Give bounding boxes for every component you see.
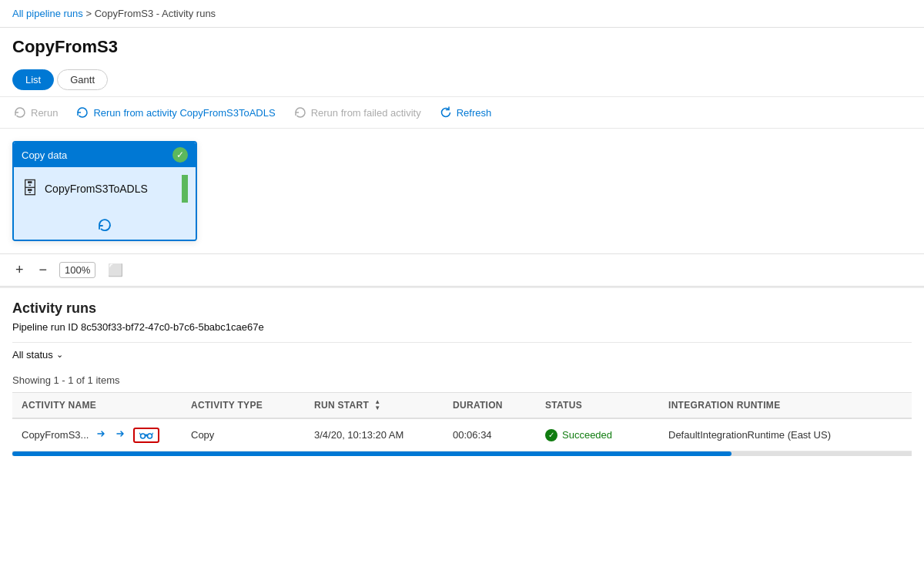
cell-activity-name: CopyFromS3... [22,427,191,443]
rerun-button[interactable]: Rerun [12,103,59,122]
cell-status: ✓ Succeeded [545,429,668,441]
status-success-icon: ✓ [545,429,557,441]
col-header-run-start: RUN START ▲▼ [314,399,453,411]
chevron-down-icon: ⌄ [56,350,63,360]
section-divider [0,287,924,288]
zoom-fit-button[interactable]: ⬜ [105,261,126,279]
showing-count: Showing 1 - 1 of 1 items [12,371,912,392]
activity-card-footer [14,210,196,240]
activity-details-button[interactable] [133,428,159,443]
cell-integration-runtime: DefaultIntegrationRuntime (East US) [668,429,902,441]
zoom-100-button[interactable]: 100% [59,262,95,278]
activity-card-status-icon: ✓ [172,147,188,163]
canvas-area: Copy data ✓ 🗄 CopyFromS3ToADLS [0,129,924,254]
svg-point-1 [148,434,152,438]
cell-run-start: 3/4/20, 10:13:20 AM [314,429,453,441]
database-icon: 🗄 [22,179,38,199]
rerun-from-activity-button[interactable]: Rerun from activity CopyFromS3ToADLS [75,103,276,122]
pipeline-run-id: Pipeline run ID 8c530f33-bf72-47c0-b7c6-… [12,321,912,333]
page-title: CopyFromS3 [12,37,912,57]
refresh-button[interactable]: Refresh [438,103,494,122]
activity-card-name: CopyFromS3ToADLS [45,183,148,195]
col-header-duration: DURATION [453,399,545,411]
pipeline-run-id-label: Pipeline run ID [12,321,78,333]
sort-icon: ▲▼ [374,399,380,411]
filter-label: All status [12,349,53,361]
col-header-status: STATUS [545,399,668,411]
cell-activity-type: Copy [191,429,314,441]
toolbar: Rerun Rerun from activity CopyFromS3ToAD… [0,96,924,129]
col-header-integration-runtime: INTEGRATION RUNTIME [668,399,902,411]
activity-runs-section: Activity runs Pipeline run ID 8c530f33-b… [0,288,924,468]
rerun-from-activity-icon [76,106,89,119]
all-pipeline-runs-link[interactable]: All pipeline runs [12,8,83,19]
activity-runs-table: ACTIVITY NAME ACTIVITY TYPE RUN START ▲▼… [12,392,912,451]
rerun-icon [14,106,26,119]
breadcrumb: All pipeline runs > CopyFromS3 - Activit… [0,0,924,28]
activity-link-button[interactable] [93,427,109,443]
tab-list[interactable]: List [12,69,54,90]
col-header-activity-name: ACTIVITY NAME [22,399,191,411]
zoom-controls: + − 100% ⬜ [0,254,924,287]
activity-card[interactable]: Copy data ✓ 🗄 CopyFromS3ToADLS [12,141,197,241]
glasses-icon [139,431,153,440]
horizontal-scrollbar[interactable] [12,451,912,456]
zoom-out-button[interactable]: − [36,260,51,280]
activity-card-header: Copy data ✓ [14,143,196,167]
activity-refresh-icon [96,216,113,233]
activity-card-body: 🗄 CopyFromS3ToADLS [14,167,196,210]
col-header-activity-type: ACTIVITY TYPE [191,399,314,411]
cell-duration: 00:06:34 [453,429,545,441]
scrollbar-thumb [12,451,732,456]
table-header: ACTIVITY NAME ACTIVITY TYPE RUN START ▲▼… [12,393,912,419]
page-header: CopyFromS3 [0,28,924,63]
table-row: CopyFromS3... [12,419,912,451]
refresh-icon [440,106,452,119]
activity-status-bar [182,175,188,203]
rerun-from-failed-icon [294,106,306,119]
tab-bar: List Gantt [0,63,924,96]
status-filter-dropdown[interactable]: All status ⌄ [12,349,63,361]
zoom-in-button[interactable]: + [12,260,27,280]
tab-gantt[interactable]: Gantt [57,69,108,90]
filter-bar: All status ⌄ [12,342,912,367]
status-text: Succeeded [562,429,612,441]
arrow-right-icon [95,428,106,439]
svg-point-0 [141,434,146,438]
breadcrumb-current: CopyFromS3 - Activity runs [95,8,216,19]
pipeline-run-id-value: 8c530f33-bf72-47c0-b7c6-5babc1cae67e [81,321,264,333]
breadcrumb-separator: > [85,8,94,19]
activity-name-text: CopyFromS3... [22,429,89,441]
rerun-from-failed-button[interactable]: Rerun from failed activity [293,103,423,122]
activity-output-button[interactable] [113,427,129,443]
section-title: Activity runs [12,300,912,317]
activity-card-title: Copy data [22,149,67,161]
output-arrow-icon [116,428,126,439]
